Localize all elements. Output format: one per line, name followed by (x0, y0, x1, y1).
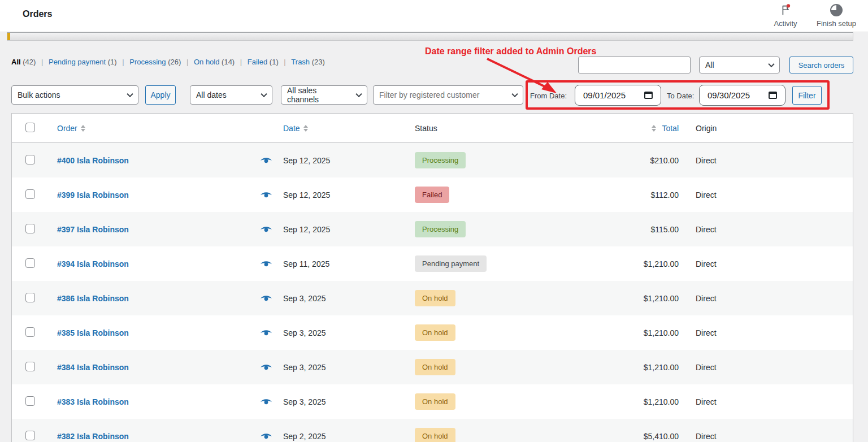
activity-button[interactable]: Activity (764, 3, 807, 28)
order-origin: Direct (679, 259, 853, 268)
order-date: Sep 2, 2025 (283, 432, 396, 441)
progress-thumb (7, 33, 10, 40)
admin-topbar: Orders Activity Finish setup (0, 0, 868, 32)
table-row: #383 Isla Robinson Sep 3, 2025 On hold $… (12, 384, 853, 419)
table-header-row: Order Date Status Total Origin (12, 114, 853, 143)
row-checkbox[interactable] (25, 258, 35, 268)
order-origin: Direct (679, 225, 853, 234)
table-row: #384 Isla Robinson Sep 3, 2025 On hold $… (12, 350, 853, 384)
status-badge: Processing (415, 221, 466, 237)
row-checkbox[interactable] (25, 155, 35, 164)
order-date: Sep 12, 2025 (283, 225, 396, 234)
status-badge: On hold (415, 428, 455, 442)
page-title: Orders (23, 9, 52, 19)
eye-icon (260, 328, 272, 337)
order-origin: Direct (679, 190, 853, 200)
preview-button[interactable] (249, 225, 283, 233)
order-link[interactable]: #397 Isla Robinson (57, 225, 129, 234)
search-type-select[interactable]: All (699, 57, 780, 73)
row-checkbox[interactable] (25, 189, 35, 199)
search-input[interactable] (578, 57, 691, 73)
order-total: $1,210.00 (537, 397, 679, 406)
preview-button[interactable] (249, 432, 283, 440)
status-cell: Pending payment (396, 255, 537, 272)
view-link-failed[interactable]: Failed (248, 58, 267, 66)
order-origin: Direct (679, 432, 853, 441)
preview-button[interactable] (249, 156, 283, 164)
order-link[interactable]: #383 Isla Robinson (57, 397, 129, 406)
view-link-processing[interactable]: Processing (129, 58, 166, 66)
select-all-cell (12, 123, 57, 134)
status-cell: On hold (396, 324, 537, 341)
eye-icon (260, 225, 272, 233)
view-separator: | (120, 58, 127, 66)
sales-channels-select[interactable]: All sales channels (281, 85, 367, 105)
row-checkbox[interactable] (25, 362, 35, 371)
order-link[interactable]: #382 Isla Robinson (57, 432, 129, 441)
preview-button[interactable] (249, 363, 283, 371)
row-checkbox[interactable] (25, 293, 35, 302)
order-total: $115.00 (537, 225, 679, 234)
order-link[interactable]: #400 Isla Robinson (57, 156, 129, 165)
view-link-pending-payment[interactable]: Pending payment (49, 58, 106, 66)
bulk-actions-select[interactable]: Bulk actions (11, 85, 138, 105)
eye-icon (260, 432, 272, 440)
view-count: (1) (267, 58, 279, 66)
finish-setup-button[interactable]: Finish setup (809, 3, 863, 28)
order-link[interactable]: #399 Isla Robinson (57, 190, 129, 200)
column-header-total[interactable]: Total (537, 124, 679, 133)
preview-button[interactable] (249, 294, 283, 302)
bulk-actions-value: Bulk actions (18, 90, 60, 99)
row-select-cell (12, 224, 57, 235)
order-link[interactable]: #385 Isla Robinson (57, 328, 129, 337)
order-link[interactable]: #394 Isla Robinson (57, 259, 129, 268)
view-separator: | (39, 58, 45, 66)
order-origin: Direct (679, 156, 853, 165)
eye-icon (260, 190, 272, 199)
table-row: #400 Isla Robinson Sep 12, 2025 Processi… (12, 143, 853, 177)
status-badge: On hold (415, 359, 455, 375)
status-cell: Processing (396, 152, 537, 168)
order-date: Sep 12, 2025 (283, 156, 396, 165)
preview-button[interactable] (249, 397, 283, 406)
row-select-cell (12, 155, 57, 166)
order-date: Sep 3, 2025 (283, 397, 396, 406)
apply-button[interactable]: Apply (145, 85, 176, 105)
to-date-input[interactable] (699, 85, 785, 106)
preview-button[interactable] (249, 328, 283, 337)
row-checkbox[interactable] (25, 327, 35, 337)
view-link-on-hold[interactable]: On hold (194, 58, 220, 66)
order-origin: Direct (679, 328, 853, 337)
from-date-label: From Date: (530, 92, 567, 100)
setup-progress-pie-icon (809, 3, 863, 17)
view-link-all[interactable]: All (11, 58, 21, 66)
preview-button[interactable] (249, 259, 283, 268)
search-orders-button[interactable]: Search orders (789, 57, 853, 73)
order-total: $5,410.00 (537, 432, 679, 441)
orders-table: Order Date Status Total Origin #400 Isla… (11, 113, 853, 442)
view-link-trash[interactable]: Trash (291, 58, 310, 66)
from-date-input[interactable] (575, 85, 661, 106)
preview-button[interactable] (249, 190, 283, 199)
table-row: #385 Isla Robinson Sep 3, 2025 On hold $… (12, 315, 853, 350)
order-link[interactable]: #386 Isla Robinson (57, 294, 129, 303)
all-dates-select[interactable]: All dates (190, 85, 272, 105)
horizontal-progress-bar[interactable] (7, 32, 853, 41)
select-all-checkbox[interactable] (25, 123, 35, 132)
customer-filter-select[interactable]: Filter by registered customer (373, 85, 523, 105)
finish-setup-label: Finish setup (809, 19, 863, 28)
status-cell: On hold (396, 359, 537, 375)
table-row: #382 Isla Robinson Sep 2, 2025 On hold $… (12, 419, 853, 442)
column-header-order[interactable]: Order (57, 124, 249, 133)
chevron-down-icon (511, 91, 518, 97)
column-header-status: Status (396, 124, 537, 133)
row-checkbox[interactable] (25, 396, 35, 406)
view-count: (1) (106, 58, 117, 66)
row-checkbox[interactable] (25, 224, 35, 233)
row-select-cell (12, 327, 57, 339)
order-link[interactable]: #384 Isla Robinson (57, 363, 129, 372)
column-header-date[interactable]: Date (283, 124, 396, 133)
row-select-cell (12, 431, 57, 442)
row-checkbox[interactable] (25, 431, 35, 440)
filter-button[interactable]: Filter (792, 86, 822, 105)
